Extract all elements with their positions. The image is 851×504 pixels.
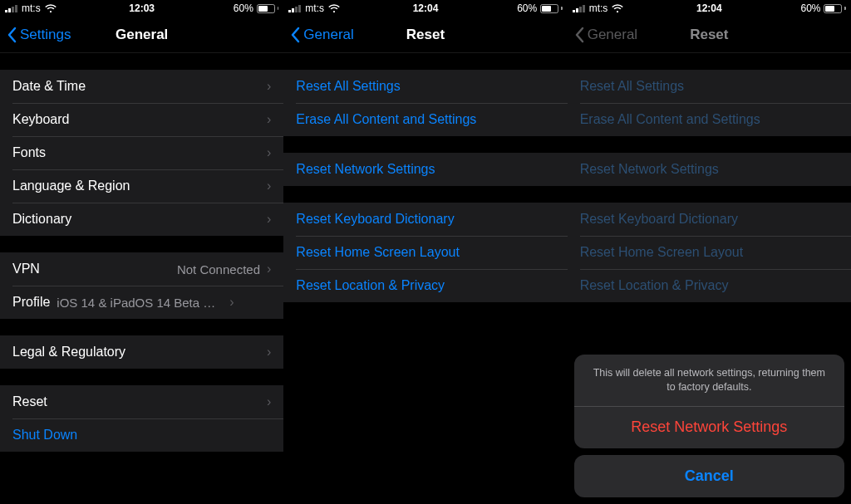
back-label: General <box>588 27 637 43</box>
action-sheet-main: This will delete all network settings, r… <box>574 355 844 448</box>
chevron-right-icon: › <box>267 212 271 227</box>
battery-icon <box>824 4 846 13</box>
action-sheet: This will delete all network settings, r… <box>574 355 844 497</box>
group-legal: Legal & Regulatory› <box>0 335 283 369</box>
row-legal[interactable]: Legal & Regulatory› <box>0 335 283 369</box>
row-reset[interactable]: Reset› <box>0 385 283 418</box>
row-keyboard[interactable]: Keyboard› <box>0 103 283 136</box>
nav-bar: General Reset <box>568 17 851 53</box>
row-reset-keyboard-dict: Reset Keyboard Dictionary <box>568 203 851 236</box>
back-button[interactable]: General <box>283 27 353 43</box>
battery-icon <box>540 4 563 13</box>
back-label: General <box>303 27 353 43</box>
status-bar: mt:s 12:03 60% <box>0 0 283 17</box>
row-fonts[interactable]: Fonts› <box>0 136 283 169</box>
back-label: Settings <box>20 27 71 43</box>
chevron-right-icon: › <box>229 295 234 310</box>
carrier-label: mt:s <box>305 2 324 14</box>
battery-percent: 60% <box>800 2 820 14</box>
wifi-icon <box>45 4 57 13</box>
nav-bar: General Reset <box>283 17 567 53</box>
status-bar: mt:s 12:04 60% <box>568 0 851 17</box>
back-button: General <box>568 27 637 43</box>
group-reset-network: Reset Network Settings <box>568 153 851 186</box>
back-button[interactable]: Settings <box>0 27 71 43</box>
page-title: Reset <box>690 27 728 43</box>
row-vpn[interactable]: VPNNot Connected› <box>0 252 283 286</box>
row-dictionary[interactable]: Dictionary› <box>0 203 283 236</box>
row-reset-all-settings[interactable]: Reset All Settings <box>283 70 567 103</box>
row-reset-keyboard-dict[interactable]: Reset Keyboard Dictionary <box>283 203 567 236</box>
group-reset-other: Reset Keyboard Dictionary Reset Home Scr… <box>283 203 567 302</box>
status-time: 12:04 <box>696 2 722 14</box>
group-reset: Reset› Shut Down <box>0 385 283 452</box>
cellular-signal-icon <box>573 4 585 12</box>
chevron-right-icon: › <box>267 112 271 127</box>
group-reset-network: Reset Network Settings <box>283 153 567 186</box>
group-vpn-profile: VPNNot Connected› ProfileiOS 14 & iPadOS… <box>0 252 283 319</box>
status-time: 12:03 <box>129 2 155 14</box>
row-shut-down[interactable]: Shut Down <box>0 418 283 452</box>
row-reset-home-layout[interactable]: Reset Home Screen Layout <box>283 236 567 269</box>
row-date-time[interactable]: Date & Time› <box>0 70 283 103</box>
carrier-label: mt:s <box>589 2 608 14</box>
screen-general: mt:s 12:03 60% Settings General Date & T… <box>0 0 283 504</box>
cellular-signal-icon <box>5 4 17 12</box>
row-reset-home-layout: Reset Home Screen Layout <box>568 236 851 269</box>
group-reset-other: Reset Keyboard Dictionary Reset Home Scr… <box>568 203 851 302</box>
row-language-region[interactable]: Language & Region› <box>0 169 283 203</box>
chevron-left-icon <box>7 27 17 43</box>
row-profile[interactable]: ProfileiOS 14 & iPadOS 14 Beta Softwar..… <box>0 286 283 319</box>
row-reset-location-privacy: Reset Location & Privacy <box>568 269 851 302</box>
cellular-signal-icon <box>288 4 301 12</box>
chevron-left-icon <box>574 27 584 43</box>
wifi-icon <box>328 4 340 13</box>
action-sheet-message: This will delete all network settings, r… <box>574 355 844 406</box>
chevron-right-icon: › <box>267 345 271 360</box>
row-erase-all: Erase All Content and Settings <box>568 103 851 136</box>
status-bar: mt:s 12:04 60% <box>283 0 567 17</box>
reset-network-confirm-button[interactable]: Reset Network Settings <box>574 406 844 448</box>
row-reset-network: Reset Network Settings <box>568 153 851 186</box>
battery-percent: 60% <box>234 2 253 14</box>
group-reset-all: Reset All Settings Erase All Content and… <box>568 70 851 136</box>
battery-icon <box>257 4 279 13</box>
screen-reset: mt:s 12:04 60% General Reset Reset All S… <box>283 0 567 504</box>
chevron-left-icon <box>290 27 300 43</box>
row-reset-all-settings: Reset All Settings <box>568 70 851 103</box>
group-system: Date & Time› Keyboard› Fonts› Language &… <box>0 70 283 236</box>
screen-reset-confirm: mt:s 12:04 60% General Reset Reset All S… <box>568 0 851 504</box>
status-time: 12:04 <box>413 2 439 14</box>
page-title: Reset <box>406 27 445 43</box>
battery-percent: 60% <box>517 2 537 14</box>
row-erase-all[interactable]: Erase All Content and Settings <box>283 103 567 136</box>
chevron-right-icon: › <box>267 79 271 94</box>
chevron-right-icon: › <box>267 145 271 160</box>
chevron-right-icon: › <box>267 262 271 276</box>
page-title: General <box>116 27 168 43</box>
row-reset-network[interactable]: Reset Network Settings <box>283 153 567 186</box>
nav-bar: Settings General <box>0 17 283 53</box>
group-reset-all: Reset All Settings Erase All Content and… <box>283 70 567 136</box>
carrier-label: mt:s <box>22 2 41 14</box>
action-sheet-cancel-block: Cancel <box>574 455 844 497</box>
row-reset-location-privacy[interactable]: Reset Location & Privacy <box>283 269 567 302</box>
chevron-right-icon: › <box>267 179 271 193</box>
chevron-right-icon: › <box>267 394 271 409</box>
cancel-button[interactable]: Cancel <box>574 455 844 497</box>
wifi-icon <box>612 4 623 13</box>
